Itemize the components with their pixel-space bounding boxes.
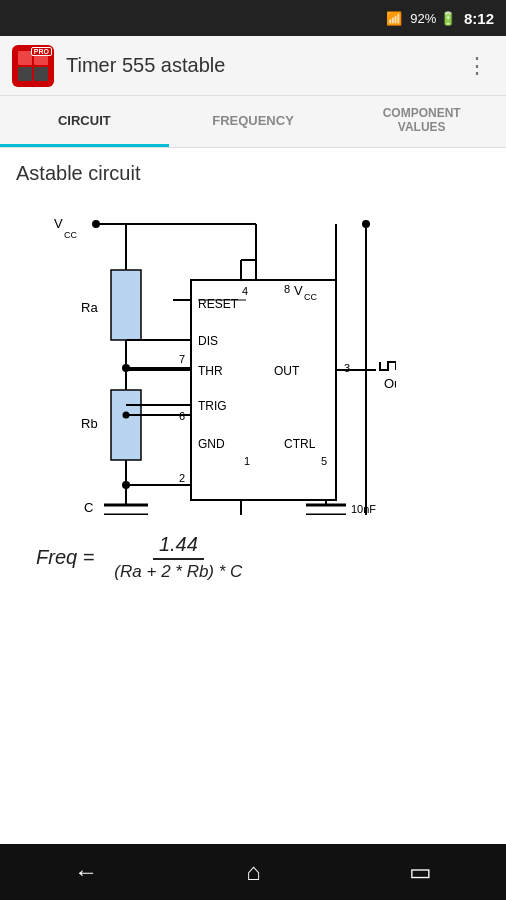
svg-text:Rb: Rb [81, 416, 98, 431]
svg-text:V: V [54, 216, 63, 231]
status-bar: 📶 92% 🔋 8:12 [0, 0, 506, 36]
section-title: Astable circuit [16, 162, 490, 185]
formula-denominator: (Ra + 2 * Rb) * C [108, 560, 248, 582]
svg-text:THR: THR [198, 364, 223, 378]
tab-bar: CIRCUIT FREQUENCY COMPONENTVALUES [0, 96, 506, 148]
svg-rect-14 [111, 390, 141, 460]
svg-text:Ra: Ra [81, 300, 98, 315]
recent-button[interactable]: ▭ [389, 850, 452, 894]
svg-text:8: 8 [284, 283, 290, 295]
svg-text:TRIG: TRIG [198, 399, 227, 413]
svg-text:OUT: OUT [274, 364, 300, 378]
svg-text:2: 2 [179, 472, 185, 484]
back-button[interactable]: ← [54, 850, 118, 894]
svg-rect-7 [111, 270, 141, 340]
formula-numerator: 1.44 [153, 533, 204, 560]
formula-prefix: Freq = [36, 546, 94, 569]
app-title: Timer 555 astable [66, 54, 460, 77]
svg-text:Out: Out [384, 376, 396, 391]
svg-text:RESET: RESET [198, 297, 239, 311]
tab-component-values[interactable]: COMPONENTVALUES [337, 96, 506, 147]
signal-icon: 📶 [386, 11, 402, 26]
svg-text:4: 4 [242, 285, 248, 297]
main-content: Astable circuit V CC Ra [0, 148, 506, 844]
bottom-nav: ← ⌂ ▭ [0, 844, 506, 900]
app-bar: PRO Timer 555 astable ⋮ [0, 36, 506, 96]
circuit-svg: V CC Ra 7 Rb [26, 195, 396, 515]
svg-text:GND: GND [198, 437, 225, 451]
tab-circuit[interactable]: CIRCUIT [0, 96, 169, 147]
svg-point-21 [123, 412, 130, 419]
svg-text:10nF: 10nF [351, 503, 376, 515]
app-icon: PRO [12, 45, 54, 87]
svg-text:3: 3 [344, 362, 350, 374]
tab-frequency[interactable]: FREQUENCY [169, 96, 338, 147]
svg-text:CC: CC [304, 292, 317, 302]
svg-text:1: 1 [244, 455, 250, 467]
svg-text:V: V [294, 283, 303, 298]
svg-text:DIS: DIS [198, 334, 218, 348]
formula-area: Freq = 1.44 (Ra + 2 * Rb) * C [36, 533, 490, 582]
home-button[interactable]: ⌂ [226, 850, 281, 894]
svg-text:CTRL: CTRL [284, 437, 316, 451]
menu-icon[interactable]: ⋮ [460, 47, 494, 85]
svg-text:CC: CC [64, 230, 77, 240]
svg-text:7: 7 [179, 353, 185, 365]
svg-text:C: C [84, 500, 93, 515]
svg-point-68 [362, 220, 370, 228]
battery-indicator: 92% 🔋 [410, 11, 456, 26]
svg-rect-28 [191, 280, 336, 500]
svg-text:5: 5 [321, 455, 327, 467]
circuit-diagram: V CC Ra 7 Rb [16, 195, 490, 515]
formula-fraction: 1.44 (Ra + 2 * Rb) * C [108, 533, 248, 582]
status-time: 8:12 [464, 10, 494, 27]
